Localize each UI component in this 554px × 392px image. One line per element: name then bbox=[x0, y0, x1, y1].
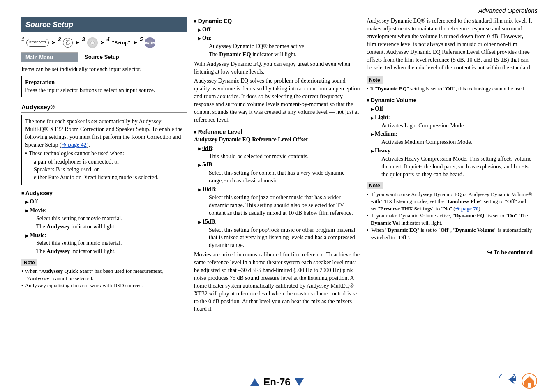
step-3-num: 3 bbox=[82, 36, 85, 43]
footer-nav bbox=[498, 373, 538, 389]
deq-para2: Audyssey Dynamic EQ solves the problem o… bbox=[194, 77, 360, 124]
preparation-box: Preparation Press the input selector but… bbox=[21, 76, 187, 97]
audyssey-subheading: ■Audyssey bbox=[21, 189, 187, 197]
column-2: ■Dynamic EQ ▶Off ▶On: Audyssey Dynamic E… bbox=[194, 17, 360, 315]
dv-light: ▶Light: bbox=[371, 114, 533, 122]
deq-para1: With Audyssey Dynamic EQ, you can enjoy … bbox=[194, 60, 360, 76]
dv-medium-desc: Activates Medium Compression Mode. bbox=[381, 138, 533, 146]
option-movie: ▶Movie: bbox=[25, 207, 187, 214]
note-item: If "Dynamic EQ" setting is set to "Off",… bbox=[371, 85, 533, 92]
page-42-link[interactable]: ➔ page 42 bbox=[62, 142, 87, 148]
dynamic-eq-heading: ■Dynamic EQ bbox=[194, 17, 360, 25]
note-item: When "Dynamic EQ" is set to "Off", "Dyna… bbox=[371, 226, 533, 241]
dv-medium: ▶Medium: bbox=[371, 130, 533, 138]
menu-bar: Main Menu Source Setup bbox=[21, 52, 187, 63]
dv-light-desc: Activates Light Compression Mode. bbox=[381, 122, 533, 130]
ref-15db: ▶15dB: bbox=[198, 218, 360, 226]
deq-on-desc1: Audyssey Dynamic EQ® becomes active. bbox=[209, 43, 360, 51]
reference-level-sub: Audyssey Dynamic EQ Reference Level Offs… bbox=[194, 136, 360, 144]
arrow-icon: ➤ bbox=[133, 39, 137, 46]
note-item: If you make Dynamic Volume active, "Dyna… bbox=[371, 212, 533, 226]
tech-cannot-item: These technologies cannot be used when: … bbox=[29, 150, 184, 182]
prev-page-icon[interactable] bbox=[250, 378, 259, 386]
dpad-icon bbox=[87, 37, 98, 48]
home-icon[interactable] bbox=[521, 373, 538, 389]
step-4-num: 4 bbox=[107, 36, 110, 43]
nav-steps: 1 RECEIVER ➤ 2 HOME ➤ 3 ➤ 4 "Setup" ➤ 5 … bbox=[21, 37, 187, 48]
note-item: When "Audyssey Quick Start" has been use… bbox=[25, 267, 187, 282]
preparation-body: Press the input selector buttons to sele… bbox=[25, 87, 184, 95]
step-5-num: 5 bbox=[140, 36, 143, 43]
main-menu-tab: Main Menu bbox=[21, 52, 78, 63]
note-tag: Note bbox=[21, 259, 37, 266]
ref-0db-desc: This should be selected for movie conten… bbox=[209, 153, 360, 161]
sub-item: either Pure Audio or Direct listening mo… bbox=[34, 174, 184, 182]
step-1-num: 1 bbox=[21, 36, 24, 43]
source-setup-tab: Source Setup bbox=[83, 52, 121, 63]
option-movie-desc2: The Audyssey indicator will light. bbox=[36, 223, 187, 231]
ref-10db: ▶10dB: bbox=[198, 186, 360, 194]
column-1: Source Setup 1 RECEIVER ➤ 2 HOME ➤ 3 ➤ 4… bbox=[21, 17, 187, 315]
content-columns: Source Setup 1 RECEIVER ➤ 2 HOME ➤ 3 ➤ 4… bbox=[21, 17, 538, 315]
preparation-heading: Preparation bbox=[25, 79, 184, 87]
arrow-icon: ➤ bbox=[100, 39, 104, 46]
option-movie-desc: Select this setting for movie material. bbox=[36, 215, 187, 223]
ref-0db: ▶0dB: bbox=[198, 145, 360, 152]
audyssey-box-text-end: ). bbox=[87, 142, 90, 148]
arrow-icon: ➤ bbox=[51, 39, 55, 46]
enter-button-icon: ENTER bbox=[145, 37, 155, 48]
audyssey-heading: Audyssey® bbox=[21, 103, 187, 113]
reference-level-heading: ■Reference Level bbox=[194, 128, 360, 136]
deq-on: ▶On: bbox=[198, 35, 360, 42]
dv-heavy-desc: Activates Heavy Compression Mode. This s… bbox=[381, 155, 533, 179]
audyssey-info-box: The tone for each speaker is set automat… bbox=[21, 115, 187, 185]
audyssey-box-text: The tone for each speaker is set automat… bbox=[25, 118, 182, 148]
back-icon[interactable] bbox=[498, 374, 517, 388]
home-button-icon: HOME bbox=[63, 38, 73, 48]
page-70-link[interactable]: ➔ page 70 bbox=[455, 205, 479, 212]
setup-label: "Setup" bbox=[112, 39, 131, 46]
receiver-button-icon: RECEIVER bbox=[26, 39, 49, 47]
arrow-icon: ➤ bbox=[75, 39, 79, 46]
note-item: If you want to use Audyssey Dynamic EQ o… bbox=[371, 191, 533, 212]
dv-off: ▶Off bbox=[371, 105, 533, 113]
dv-heavy: ▶Heavy: bbox=[371, 147, 533, 155]
column-3: Audyssey Dynamic EQ® is referenced to th… bbox=[367, 17, 533, 315]
to-be-continued: ↪ To be continued bbox=[367, 248, 533, 257]
ref-10db-desc: Select this setting for jazz or other mu… bbox=[209, 194, 360, 217]
ref-15db-desc: Select this setting for pop/rock music o… bbox=[209, 226, 360, 250]
ref-5db-desc: Select this setting for content that has… bbox=[209, 169, 360, 185]
sub-item: a pair of headphones is connected, or bbox=[34, 158, 184, 166]
option-music-desc: Select this setting for music material. bbox=[36, 240, 187, 247]
deq-on-desc2: The Dynamic EQ indicator will light. bbox=[209, 51, 360, 59]
step-2-num: 2 bbox=[58, 36, 61, 43]
intro-text: Items can be set individually for each i… bbox=[21, 66, 187, 74]
deq-off: ▶Off bbox=[198, 26, 360, 34]
header-section: Advanced Operations bbox=[21, 7, 538, 15]
note-tag: Note bbox=[367, 182, 383, 189]
note-tag: Note bbox=[367, 76, 383, 84]
footer: En-76 bbox=[0, 376, 554, 389]
next-page-icon[interactable] bbox=[295, 378, 304, 386]
note-item: Audyssey equalizing does not work with D… bbox=[25, 282, 187, 289]
sub-item: Speakers B is being used, or bbox=[34, 166, 184, 174]
option-music-desc2: The Audyssey indicator will light. bbox=[36, 248, 187, 256]
page-number: En-76 bbox=[263, 376, 290, 389]
option-off: ▶Off bbox=[25, 198, 187, 206]
ref-5db: ▶5dB: bbox=[198, 161, 360, 169]
dynamic-volume-heading: ■Dynamic Volume bbox=[367, 97, 533, 104]
ref-level-para: Movies are mixed in rooms calibrated for… bbox=[194, 251, 360, 313]
col3-para: Audyssey Dynamic EQ® is referenced to th… bbox=[367, 17, 533, 71]
source-setup-banner: Source Setup bbox=[21, 17, 187, 32]
option-music: ▶Music: bbox=[25, 232, 187, 240]
